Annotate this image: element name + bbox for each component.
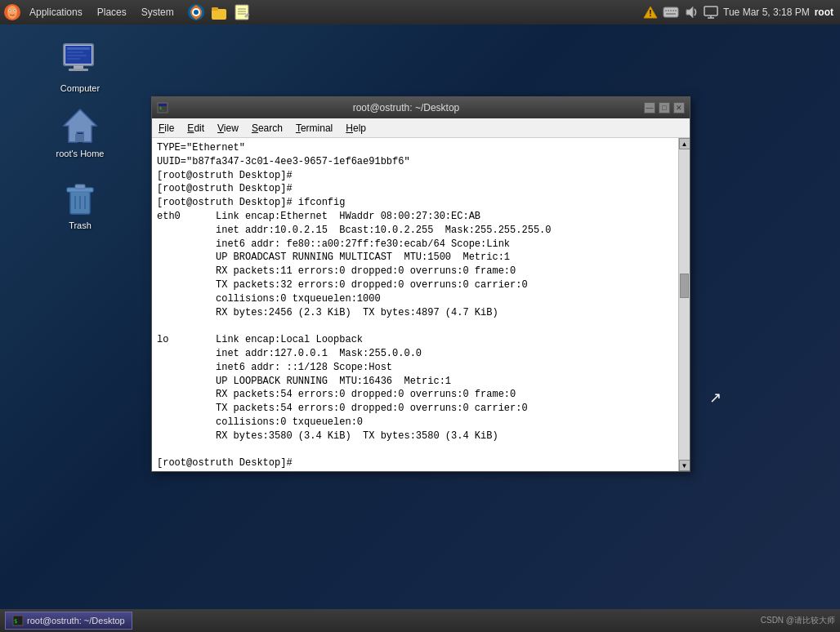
svg-rect-25 [704, 7, 717, 16]
terminal-minimize-btn[interactable]: — [644, 102, 655, 113]
svg-rect-23 [666, 13, 676, 15]
trash-label: Trash [69, 220, 92, 230]
firefox-icon[interactable] [187, 3, 205, 21]
svg-rect-21 [672, 10, 674, 11]
svg-point-4 [9, 10, 11, 11]
keyboard-icon [663, 6, 679, 19]
taskbar-top: Applications Places System ! [0, 0, 840, 24]
svg-point-5 [14, 10, 16, 11]
mouse-cursor-indicator: ↗ [709, 389, 722, 407]
svg-rect-32 [67, 55, 87, 56]
user-label: root [815, 7, 833, 18]
terminal-scrollbar[interactable]: ▲ ▼ [678, 138, 690, 471]
svg-text:$: $ [14, 618, 17, 625]
svg-text:$_: $_ [159, 105, 165, 111]
terminal-content[interactable]: TYPE="Ethernet" UUID="b87fa347-3c01-4ee3… [152, 138, 678, 471]
desktop-icon-computer[interactable]: Computer [47, 39, 113, 93]
svg-rect-35 [69, 69, 88, 71]
menu-search[interactable]: Search [245, 121, 289, 136]
svg-rect-20 [670, 10, 672, 11]
terminal-menubar: File Edit View Search Terminal Help [152, 118, 690, 138]
terminal-titlebar: $_ root@ostruth: ~/Desktop — □ ✕ [152, 97, 690, 118]
applications-menu[interactable]: Applications [23, 3, 89, 21]
system-menu[interactable]: System [135, 3, 181, 21]
terminal-icon-small: $_ [157, 102, 168, 113]
svg-rect-18 [665, 10, 667, 11]
menu-edit[interactable]: Edit [181, 121, 211, 136]
computer-icon [59, 39, 101, 82]
warning-icon: ! [643, 5, 658, 20]
trash-icon [59, 176, 101, 219]
app-menu: Applications Places System [0, 3, 251, 21]
clock-label: Tue Mar 5, 3:18 PM [723, 7, 810, 18]
svg-rect-19 [668, 10, 669, 11]
taskbar-right: ! Tue Mar 5, 3:18 PM root [643, 5, 840, 20]
terminal-close-btn[interactable]: ✕ [673, 102, 685, 113]
folder-icon[interactable] [210, 3, 228, 21]
terminal-task-label: root@ostruth: ~/Desktop [27, 616, 125, 625]
svg-point-1 [7, 6, 17, 19]
svg-point-8 [194, 10, 199, 15]
home-label: root's Home [56, 149, 105, 158]
svg-rect-22 [675, 10, 677, 11]
computer-label: Computer [60, 83, 100, 93]
desktop-icon-home[interactable]: root's Home [47, 105, 113, 158]
svg-rect-37 [75, 134, 83, 142]
notes-icon[interactable] [233, 3, 251, 21]
terminal-title: root@ostruth: ~/Desktop [172, 102, 641, 113]
menu-help[interactable]: Help [339, 121, 373, 136]
desktop-icon-trash[interactable]: Trash [47, 176, 113, 230]
svg-rect-40 [75, 185, 85, 189]
svg-marker-24 [686, 7, 693, 18]
svg-rect-34 [74, 65, 83, 69]
gnome-logo-icon [3, 3, 21, 21]
scroll-track[interactable] [679, 149, 690, 460]
terminal-body: TYPE="Ethernet" UUID="b87fa347-3c01-4ee3… [152, 138, 690, 471]
svg-text:!: ! [649, 9, 651, 18]
svg-rect-17 [664, 7, 678, 17]
scroll-thumb[interactable] [680, 274, 689, 298]
scroll-up-btn[interactable]: ▲ [679, 138, 690, 149]
terminal-maximize-btn[interactable]: □ [659, 102, 670, 113]
network-icon [704, 5, 718, 20]
scroll-down-btn[interactable]: ▼ [679, 460, 690, 471]
home-icon [59, 105, 101, 147]
svg-rect-30 [67, 47, 90, 50]
svg-rect-33 [67, 58, 80, 60]
menu-file[interactable]: File [152, 121, 181, 136]
places-menu[interactable]: Places [91, 3, 133, 21]
volume-icon [684, 5, 699, 20]
menu-view[interactable]: View [211, 121, 245, 136]
taskbar-bottom: $ root@ostruth: ~/Desktop CSDN @请比较大师 [0, 609, 840, 632]
svg-rect-10 [212, 7, 218, 11]
menu-terminal[interactable]: Terminal [289, 121, 339, 136]
svg-rect-31 [67, 51, 83, 53]
watermark-label: CSDN @请比较大师 [761, 615, 835, 626]
terminal-task-icon: $ [12, 615, 24, 626]
taskbar-terminal-task[interactable]: $ root@ostruth: ~/Desktop [5, 612, 132, 630]
terminal-window: $_ root@ostruth: ~/Desktop — □ ✕ File Ed… [151, 96, 690, 472]
